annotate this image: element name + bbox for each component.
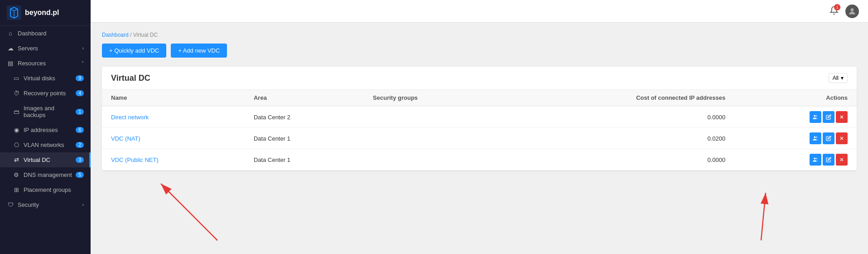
row-2-manage-button[interactable]	[810, 132, 821, 144]
notification-count: 1	[834, 4, 840, 10]
breadcrumb-current: Virtual DC	[133, 32, 158, 38]
action-buttons: + Quickly add VDC + Add new VDC	[102, 44, 857, 58]
virtual-dc-badge: 3	[76, 157, 84, 163]
sidebar-item-virtual-dc[interactable]: ⇄ Virtual DC 3	[0, 152, 91, 167]
sidebar-item-ip-addresses[interactable]: ◉ IP addresses 6	[0, 122, 91, 137]
row-3-security-groups	[364, 149, 501, 171]
quickly-add-vdc-button[interactable]: + Quickly add VDC	[102, 44, 166, 58]
sidebar-item-recovery-points[interactable]: ⏱ Recovery points 4	[0, 86, 91, 101]
content-wrapper: Dashboard / Virtual DC + Quickly add VDC…	[91, 23, 868, 254]
row-3-action-buttons	[743, 154, 848, 166]
sidebar-item-dashboard[interactable]: ⌂ Dashboard	[0, 26, 91, 41]
col-security-groups: Security groups	[364, 90, 501, 106]
servers-icon: ☁	[7, 45, 14, 52]
row-1-action-buttons	[743, 111, 848, 123]
row-1-security-groups	[364, 106, 501, 128]
table-row: Direct network Data Center 2 0.0000	[102, 106, 857, 128]
row-3-cost: 0.0000	[501, 149, 734, 171]
recovery-points-badge: 4	[76, 90, 84, 96]
sidebar-item-vlan-networks[interactable]: ⎔ VLAN networks 2	[0, 137, 91, 152]
row-2-action-buttons	[743, 132, 848, 144]
sidebar-item-label: Placement groups	[24, 186, 71, 193]
sidebar-item-label: Servers	[18, 45, 38, 52]
row-1-delete-button[interactable]	[836, 111, 848, 123]
manage-icon	[813, 114, 818, 120]
manage-icon	[813, 157, 818, 162]
delete-icon	[839, 157, 844, 162]
row-3-edit-button[interactable]	[823, 154, 834, 166]
row-2-cost: 0.0200	[501, 128, 734, 149]
virtual-disks-icon: ▭	[13, 75, 20, 82]
direct-network-link[interactable]: Direct network	[111, 114, 149, 121]
col-cost: Cost of connected IP addresses	[501, 90, 734, 106]
sidebar-item-label: VLAN networks	[24, 142, 64, 148]
user-avatar[interactable]	[845, 5, 859, 18]
sidebar-item-virtual-disks[interactable]: ▭ Virtual disks 9	[0, 71, 91, 86]
security-icon: 🛡	[7, 201, 14, 208]
row-1-area: Data Center 2	[245, 106, 364, 128]
row-1-actions	[734, 106, 857, 128]
row-1-manage-button[interactable]	[810, 111, 821, 123]
edit-icon	[826, 136, 831, 141]
delete-icon	[839, 114, 844, 120]
logo[interactable]: beyond.pl	[0, 0, 91, 26]
dashboard-icon: ⌂	[7, 30, 14, 37]
sidebar-item-servers[interactable]: ☁ Servers ›	[0, 41, 91, 56]
vlan-networks-badge: 2	[76, 142, 84, 148]
col-name: Name	[102, 90, 245, 106]
logo-icon	[7, 5, 21, 20]
sidebar-item-resources[interactable]: ▤ Resources ˅	[0, 56, 91, 71]
add-new-vdc-button[interactable]: + Add new VDC	[171, 44, 227, 58]
main: 1 Dashboard / Virtual DC + Quickly add V…	[91, 0, 868, 254]
content-area: Dashboard / Virtual DC + Quickly add VDC…	[91, 23, 868, 180]
sidebar-item-images-backups[interactable]: 🗃 Images and backups 1	[0, 101, 91, 122]
svg-line-14	[761, 193, 766, 240]
row-2-area: Data Center 1	[245, 128, 364, 149]
filter-chevron-icon: ▾	[841, 75, 844, 81]
row-2-edit-button[interactable]	[823, 132, 834, 144]
row-2-name: VDC (NAT)	[102, 128, 245, 149]
breadcrumb-separator: /	[130, 32, 133, 38]
sidebar-item-placement-groups[interactable]: ⊞ Placement groups	[0, 182, 91, 197]
resources-icon: ▤	[7, 60, 14, 67]
filter-label: All	[833, 75, 839, 81]
sidebar-item-dns-management[interactable]: ⚙ DNS management 5	[0, 167, 91, 182]
security-chevron-icon: ›	[82, 202, 84, 207]
sidebar-item-label: Recovery points	[24, 90, 66, 97]
header: 1	[91, 0, 868, 23]
row-3-actions	[734, 149, 857, 171]
row-1-cost: 0.0000	[501, 106, 734, 128]
sidebar-item-label: DNS management	[24, 171, 72, 178]
svg-line-13	[161, 184, 217, 240]
row-2-delete-button[interactable]	[836, 132, 848, 144]
recovery-points-icon: ⏱	[13, 90, 20, 97]
svg-point-1	[851, 8, 854, 11]
table-filter-dropdown[interactable]: All ▾	[829, 73, 848, 83]
placement-groups-icon: ⊞	[13, 186, 20, 193]
edit-icon	[826, 157, 831, 162]
row-3-manage-button[interactable]	[810, 154, 821, 166]
row-3-delete-button[interactable]	[836, 154, 848, 166]
virtual-disks-badge: 9	[76, 75, 84, 81]
vdc-nat-link[interactable]: VDC (NAT)	[111, 135, 140, 142]
table-header: Name Area Security groups Cost of connec…	[102, 90, 857, 106]
vdc-public-net-link[interactable]: VDC (Public NET)	[111, 156, 159, 163]
table-title: Virtual DC	[111, 73, 829, 83]
sidebar-item-label: Images and backups	[24, 105, 72, 118]
dns-badge: 5	[76, 172, 84, 178]
delete-icon	[839, 136, 844, 141]
chevron-right-icon: ›	[82, 46, 84, 51]
sidebar-item-security[interactable]: 🛡 Security ›	[0, 197, 91, 212]
ip-addresses-icon: ◉	[13, 127, 20, 133]
breadcrumb-dashboard[interactable]: Dashboard	[102, 32, 129, 38]
sidebar-item-label: Virtual DC	[24, 156, 50, 163]
edit-icon	[826, 114, 831, 120]
row-1-edit-button[interactable]	[823, 111, 834, 123]
row-3-name: VDC (Public NET)	[102, 149, 245, 171]
virtual-dc-table-container: Virtual DC All ▾ Name Area Security grou…	[102, 67, 857, 171]
table-header-row: Virtual DC All ▾	[102, 67, 857, 90]
notifications-bell[interactable]: 1	[829, 6, 839, 16]
sidebar-item-label: Dashboard	[18, 30, 47, 37]
avatar-icon	[848, 7, 857, 16]
row-3-area: Data Center 1	[245, 149, 364, 171]
